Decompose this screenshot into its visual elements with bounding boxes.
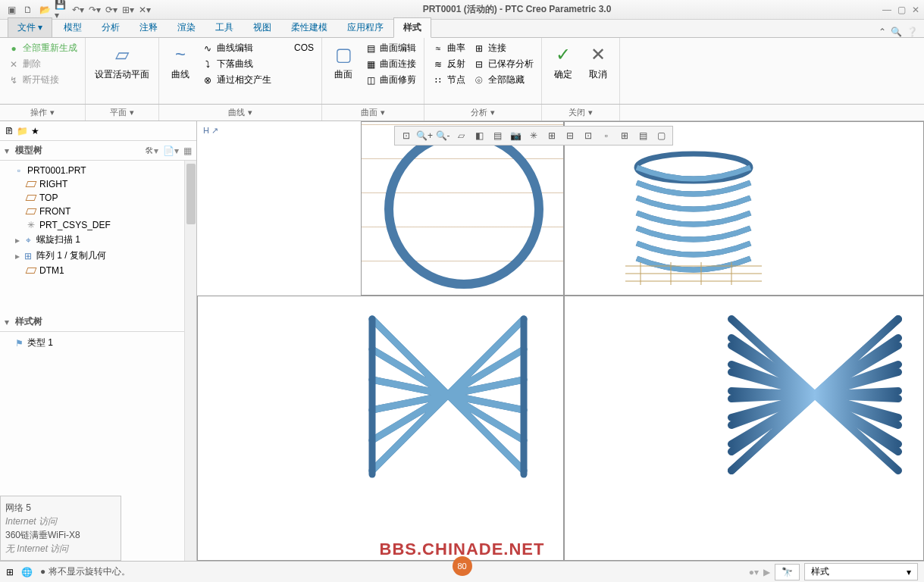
sidebar-scrollbar[interactable] bbox=[184, 161, 196, 561]
ribbon-small-button[interactable]: ∿曲线编辑 bbox=[200, 41, 273, 55]
tree-tool-settings-icon[interactable]: 🛠▾ bbox=[145, 146, 158, 156]
qat-save-icon[interactable]: 💾▾ bbox=[55, 3, 68, 17]
ribbon-body: ●全部重新生成✕删除↯断开链接▱设置活动平面~曲线∿曲线编辑⤵下落曲线⊗通过相交… bbox=[0, 38, 924, 105]
tree-row[interactable]: FRONT bbox=[0, 205, 196, 218]
vtb-zoomout-icon[interactable]: 🔍- bbox=[434, 127, 451, 144]
tree-row[interactable]: ▫PRT0001.PRT bbox=[0, 164, 196, 177]
minimize-icon[interactable]: — bbox=[882, 5, 891, 15]
ribbon-small-button[interactable]: ↯断开链接 bbox=[6, 73, 79, 87]
vtb-window-icon[interactable]: ▢ bbox=[653, 127, 669, 144]
search-icon[interactable]: 🔍 bbox=[891, 27, 902, 37]
viewport-quadrant-4[interactable] bbox=[564, 296, 924, 561]
ribbon-small-button[interactable]: ⤵下落曲线 bbox=[200, 57, 273, 71]
sidebar-tab-folder-icon[interactable]: 📁 bbox=[17, 126, 28, 136]
vtb-shade-icon[interactable]: ◧ bbox=[471, 127, 487, 144]
tree-row[interactable]: ✳PRT_CSYS_DEF bbox=[0, 218, 196, 232]
ribbon-collapse-icon[interactable]: ⌃ bbox=[879, 27, 886, 37]
qat-undo-icon[interactable]: ↶▾ bbox=[71, 3, 85, 17]
ribbon-small-button[interactable]: ⊟已保存分析 bbox=[471, 57, 535, 71]
help-icon[interactable]: ❔ bbox=[907, 27, 918, 37]
ribbon-tab-6[interactable]: 视图 bbox=[243, 17, 281, 37]
vtb-point-icon[interactable]: ⊡ bbox=[580, 127, 597, 144]
qat-windows-icon[interactable]: ⊞▾ bbox=[121, 3, 135, 17]
ribbon-tab-4[interactable]: 渲染 bbox=[168, 17, 205, 37]
tree-row[interactable]: ⚑类型 1 bbox=[0, 335, 196, 351]
ribbon-small-button[interactable]: ●全部重新生成 bbox=[6, 41, 79, 55]
status-play2-icon[interactable]: ▶ bbox=[763, 567, 770, 577]
qat-close-icon[interactable]: ✕▾ bbox=[138, 3, 152, 17]
ribbon-group-label[interactable]: 操作 ▾ bbox=[0, 105, 86, 120]
ribbon-small-button[interactable]: ▤曲面编辑 bbox=[363, 41, 418, 55]
ribbon-tab-1[interactable]: 模型 bbox=[54, 17, 92, 37]
ribbon-group-label[interactable]: 分析 ▾ bbox=[424, 105, 542, 120]
ribbon-big-button[interactable]: ✕取消 bbox=[583, 41, 613, 83]
graphics-viewport[interactable]: H ↗ ⊡ 🔍+ 🔍- ▱ ◧ ▤ 📷 ✳ ⊞ ⊟ ⊡ ▫ ⊞ ▤ ▢ bbox=[197, 121, 924, 561]
status-find-icon[interactable]: 🔭 bbox=[775, 564, 800, 580]
ribbon-group-label[interactable]: 曲面 ▾ bbox=[322, 105, 424, 120]
vtb-display-icon[interactable]: ▤ bbox=[489, 127, 506, 144]
ribbon-big-button[interactable]: ✓确定 bbox=[548, 41, 578, 83]
ribbon-big-button[interactable]: ▱设置活动平面 bbox=[92, 41, 152, 83]
ribbon-tab-2[interactable]: 分析 bbox=[92, 17, 130, 37]
ribbon-big-button[interactable]: ▢曲面 bbox=[328, 41, 359, 83]
ribbon-small-button[interactable]: ▦曲面连接 bbox=[363, 57, 418, 71]
status-nav-icon[interactable]: ⊞ bbox=[6, 567, 14, 577]
tree-row[interactable]: ▸⌖螺旋扫描 1 bbox=[0, 232, 196, 248]
tree-row[interactable]: ▸⊞阵列 1 / 复制几何 bbox=[0, 248, 196, 264]
ribbon-small-button[interactable]: ≋反射 bbox=[431, 57, 467, 71]
ribbon-small-button[interactable]: ⦾全部隐藏 bbox=[471, 73, 535, 87]
ribbon-small-button[interactable]: ≈曲率 bbox=[431, 41, 467, 55]
vtb-layers-icon[interactable]: ▤ bbox=[634, 127, 651, 144]
vtb-zoomin-icon[interactable]: 🔍+ bbox=[416, 127, 433, 144]
status-play-icon[interactable]: ●▾ bbox=[749, 567, 759, 577]
tree-row[interactable]: RIGHT bbox=[0, 177, 196, 191]
collapse-icon[interactable]: ▾ bbox=[5, 317, 9, 327]
qat-regen-icon[interactable]: ⟳▾ bbox=[105, 3, 118, 17]
vtb-datum-icon[interactable]: ⊞ bbox=[543, 127, 560, 144]
vtb-refit-icon[interactable]: ⊡ bbox=[398, 127, 415, 144]
vtb-axis-icon[interactable]: ⊟ bbox=[562, 127, 578, 144]
window-title: PRT0001 (活动的) - PTC Creo Parametric 3.0 bbox=[152, 3, 882, 16]
vtb-plane-icon[interactable]: ▫ bbox=[598, 127, 615, 144]
ribbon-tab-5[interactable]: 工具 bbox=[205, 17, 243, 37]
status-browser-icon[interactable]: 🌐 bbox=[21, 567, 33, 577]
ribbon-group-label[interactable]: 关闭 ▾ bbox=[542, 105, 620, 120]
ribbon-tab-8[interactable]: 应用程序 bbox=[337, 17, 393, 37]
ribbon-small-button[interactable]: ⊞连接 bbox=[471, 41, 535, 55]
ribbon-tab-7[interactable]: 柔性建模 bbox=[281, 17, 337, 37]
collapse-icon[interactable]: ▾ bbox=[5, 146, 9, 156]
qat-new-icon[interactable]: 🗋 bbox=[21, 3, 35, 17]
vtb-repaint-icon[interactable]: ▱ bbox=[453, 127, 469, 144]
close-window-icon[interactable]: ✕ bbox=[912, 5, 919, 15]
ribbon-tab-9[interactable]: 样式 bbox=[393, 17, 431, 38]
ribbon-small-button[interactable]: ✕删除 bbox=[6, 57, 79, 71]
viewport-quadrant-1[interactable] bbox=[361, 121, 564, 296]
qat-open-icon[interactable]: 📂 bbox=[38, 3, 52, 17]
vtb-csys-icon[interactable]: ✳ bbox=[525, 127, 542, 144]
tree-row[interactable]: DTM1 bbox=[0, 264, 196, 277]
ribbon-small-button[interactable]: ◫曲面修剪 bbox=[363, 73, 418, 87]
ribbon-small-button[interactable]: ⊗通过相交产生 bbox=[200, 73, 273, 87]
qat-window-icon[interactable]: ▣ bbox=[5, 3, 18, 17]
ribbon-small-button[interactable]: COS bbox=[277, 41, 315, 55]
ribbon-group-label[interactable]: 曲线 ▾ bbox=[159, 105, 322, 120]
ribbon-big-button[interactable]: ~曲线 bbox=[165, 41, 196, 83]
viewport-quadrant-2[interactable] bbox=[564, 121, 924, 296]
maximize-icon[interactable]: ▢ bbox=[897, 5, 906, 15]
network-info-popup: 网络 5 Internet 访问 360链满垂WiFi-X8 无 Interne… bbox=[0, 496, 121, 561]
sidebar-tab-tree-icon[interactable]: 🖹 bbox=[5, 126, 14, 136]
ribbon-group-label[interactable]: 平面 ▾ bbox=[86, 105, 159, 120]
tree-tool-show-icon[interactable]: 📄▾ bbox=[163, 146, 179, 156]
status-filter-dropdown[interactable]: 样式▾ bbox=[804, 563, 918, 580]
tree-row[interactable]: TOP bbox=[0, 191, 196, 205]
viewport-quadrant-3[interactable] bbox=[197, 296, 564, 561]
vtb-annot-icon[interactable]: ⊞ bbox=[616, 127, 633, 144]
vtb-saved-icon[interactable]: 📷 bbox=[507, 127, 524, 144]
model-mesh-shaded bbox=[724, 304, 906, 486]
ribbon-small-button[interactable]: ∷节点 bbox=[431, 73, 467, 87]
tree-tool-filter-icon[interactable]: ▦ bbox=[183, 146, 192, 156]
qat-redo-icon[interactable]: ↷▾ bbox=[88, 3, 102, 17]
ribbon-tab-3[interactable]: 注释 bbox=[130, 17, 168, 37]
ribbon-tab-0[interactable]: 文件 ▾ bbox=[8, 17, 52, 37]
sidebar-tab-fav-icon[interactable]: ★ bbox=[31, 126, 39, 136]
